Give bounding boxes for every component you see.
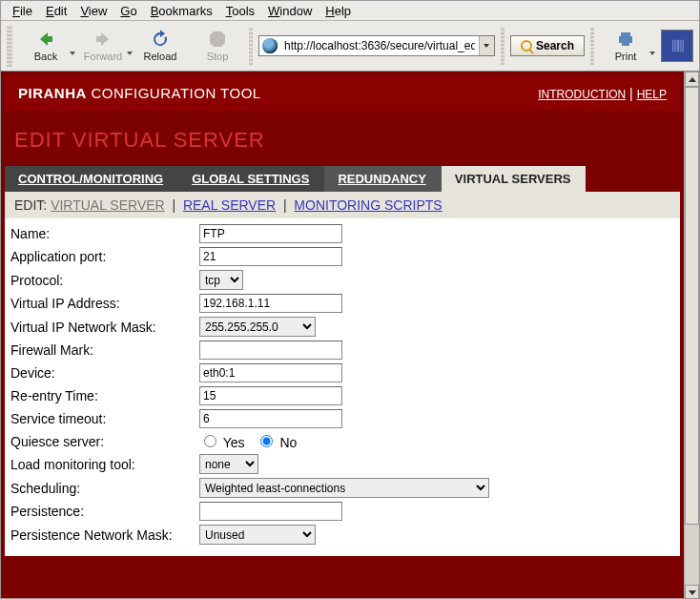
- stop-button[interactable]: Stop: [192, 25, 243, 67]
- scroll-thumb[interactable]: [685, 87, 699, 525]
- print-button[interactable]: Print: [600, 25, 651, 67]
- subnav-real-server[interactable]: REAL SERVER: [183, 197, 276, 213]
- tab-virtual-servers[interactable]: VIRTUAL SERVERS: [442, 166, 587, 192]
- menu-help[interactable]: Help: [319, 3, 357, 19]
- brand-rest: CONFIGURATION TOOL: [87, 85, 261, 101]
- input-name[interactable]: [199, 224, 342, 243]
- input-timeout[interactable]: [199, 409, 342, 428]
- forward-button[interactable]: Forward: [77, 25, 129, 67]
- toolbar: Back Forward Reload Stop Search Print ⫴⫴: [1, 21, 699, 72]
- print-label: Print: [615, 51, 637, 62]
- toolbar-grip: [7, 25, 12, 67]
- label-timeout: Service timeout:: [10, 411, 199, 426]
- menu-go[interactable]: Go: [114, 3, 142, 19]
- search-button[interactable]: Search: [510, 35, 585, 56]
- select-scheduling[interactable]: Weighted least-connections: [199, 478, 489, 498]
- menu-edit[interactable]: Edit: [40, 3, 72, 19]
- label-fwmark: Firewall Mark:: [10, 342, 199, 358]
- link-help[interactable]: HELP: [637, 88, 667, 101]
- banner-links: INTRODUCTION | HELP: [538, 86, 667, 101]
- reload-button[interactable]: Reload: [134, 25, 186, 67]
- radio-quiesce-no-wrap[interactable]: No: [256, 432, 297, 450]
- label-name: Name:: [10, 226, 199, 241]
- globe-icon: [262, 38, 278, 53]
- label-reentry: Re-entry Time:: [10, 388, 199, 403]
- scroll-track[interactable]: [685, 87, 699, 585]
- radio-quiesce-yes-wrap[interactable]: Yes: [199, 432, 244, 450]
- stop-icon: [208, 30, 227, 49]
- radio-quiesce-yes[interactable]: [204, 435, 216, 447]
- throbber-icon: ⫴⫴: [661, 30, 693, 62]
- select-loadmon[interactable]: none: [199, 454, 258, 474]
- search-icon: [521, 40, 532, 52]
- subnav-edit-label: EDIT:: [14, 197, 47, 213]
- reload-label: Reload: [144, 51, 177, 62]
- input-vip[interactable]: [199, 294, 342, 313]
- tab-control-monitoring[interactable]: CONTROL/MONITORING: [5, 166, 178, 192]
- label-quiesce: Quiesce server:: [10, 434, 199, 449]
- input-app-port[interactable]: [199, 247, 342, 266]
- url-dropdown[interactable]: [479, 36, 494, 55]
- menu-window[interactable]: Window: [262, 3, 318, 19]
- menu-view[interactable]: View: [74, 3, 113, 19]
- main-tabs: CONTROL/MONITORING GLOBAL SETTINGS REDUN…: [5, 166, 680, 192]
- address-bar: [258, 35, 495, 56]
- scroll-up-button[interactable]: [685, 72, 699, 87]
- back-label: Back: [34, 51, 57, 62]
- forward-arrow-icon: [93, 30, 113, 49]
- toolbar-separator: [249, 27, 253, 65]
- label-persist: Persistence:: [10, 504, 199, 519]
- label-loadmon: Load monitoring tool:: [10, 457, 199, 472]
- page-heading: EDIT VIRTUAL SERVER: [5, 111, 680, 166]
- print-icon: [616, 30, 635, 49]
- menubar: File Edit View Go Bookmarks Tools Window…: [1, 1, 699, 21]
- toolbar-separator-3: [590, 27, 594, 65]
- address-input-wrap[interactable]: [258, 35, 495, 56]
- sub-nav: EDIT: VIRTUAL SERVER | REAL SERVER | MON…: [5, 192, 680, 218]
- subnav-virtual-server[interactable]: VIRTUAL SERVER: [51, 197, 165, 213]
- label-pmask: Persistence Network Mask:: [10, 527, 199, 543]
- select-protocol[interactable]: tcp: [199, 270, 243, 290]
- link-introduction[interactable]: INTRODUCTION: [538, 88, 626, 101]
- label-vip: Virtual IP Address:: [10, 296, 199, 311]
- url-input[interactable]: [280, 36, 479, 55]
- label-protocol: Protocol:: [10, 273, 199, 288]
- virtual-server-form: Name: Application port: Protocol: tcp Vi…: [5, 218, 680, 556]
- label-app-port: Application port:: [10, 249, 199, 264]
- stop-label: Stop: [207, 51, 229, 62]
- tab-redundancy[interactable]: REDUNDANCY: [324, 166, 441, 192]
- input-device[interactable]: [199, 363, 342, 382]
- select-pmask[interactable]: Unused: [199, 525, 316, 545]
- subnav-monitoring-scripts[interactable]: MONITORING SCRIPTS: [294, 197, 442, 213]
- brand-bold: PIRANHA: [18, 85, 87, 101]
- menu-bookmarks[interactable]: Bookmarks: [145, 3, 218, 19]
- select-vmask[interactable]: 255.255.255.0: [199, 317, 316, 337]
- label-device: Device:: [10, 365, 199, 381]
- toolbar-separator-2: [501, 27, 504, 65]
- search-label: Search: [536, 39, 574, 52]
- reload-icon: [151, 30, 170, 49]
- brand-title: PIRANHA CONFIGURATION TOOL: [18, 85, 261, 101]
- input-fwmark[interactable]: [199, 341, 342, 360]
- scroll-down-button[interactable]: [685, 585, 699, 599]
- radio-quiesce-no[interactable]: [260, 435, 273, 447]
- menu-tools[interactable]: Tools: [220, 3, 260, 19]
- forward-label: Forward: [84, 51, 122, 62]
- back-button[interactable]: Back: [20, 25, 72, 67]
- back-arrow-icon: [36, 30, 55, 49]
- page-viewport: PIRANHA CONFIGURATION TOOL INTRODUCTION …: [1, 72, 684, 599]
- label-sched: Scheduling:: [10, 481, 199, 496]
- vertical-scrollbar[interactable]: [684, 72, 699, 599]
- banner: PIRANHA CONFIGURATION TOOL INTRODUCTION …: [5, 75, 680, 111]
- menu-file[interactable]: File: [7, 3, 38, 19]
- label-vmask: Virtual IP Network Mask:: [10, 320, 199, 335]
- tab-global-settings[interactable]: GLOBAL SETTINGS: [178, 166, 324, 192]
- input-reentry[interactable]: [199, 386, 342, 405]
- input-persistence[interactable]: [199, 502, 342, 521]
